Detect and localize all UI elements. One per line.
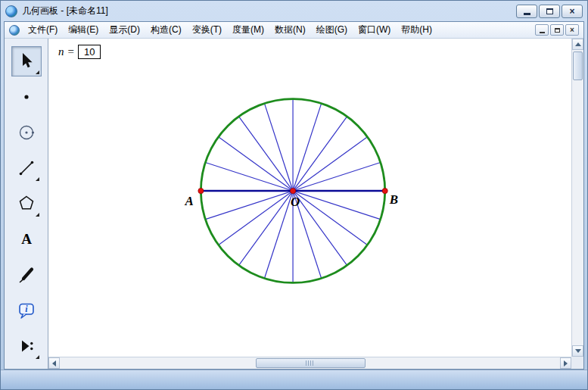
- point-label-B[interactable]: B: [389, 192, 398, 207]
- menu-item-transform[interactable]: 变换(T): [187, 21, 227, 39]
- status-bar: [1, 370, 587, 389]
- parameter-value[interactable]: 10: [78, 45, 101, 59]
- horizontal-scrollbar[interactable]: [48, 357, 571, 369]
- radius-line[interactable]: [293, 163, 381, 192]
- menu-item-window[interactable]: 窗口(W): [353, 21, 396, 39]
- geometry-figure[interactable]: AOB: [48, 39, 571, 357]
- flyout-indicator: [36, 213, 39, 217]
- polygon-tool[interactable]: [11, 189, 42, 219]
- menu-item-graph[interactable]: 绘图(G): [311, 21, 353, 39]
- tool-palette: A i: [5, 39, 48, 369]
- text-tool-icon: A: [17, 229, 36, 249]
- vertical-scrollbar[interactable]: [571, 39, 583, 357]
- menu-item-construct[interactable]: 构造(C): [145, 21, 187, 39]
- close-button[interactable]: ×: [562, 5, 583, 18]
- menu-item-file[interactable]: 文件(F): [23, 21, 63, 39]
- point-A[interactable]: [198, 188, 204, 193]
- parameter-n: n = 10: [58, 45, 101, 59]
- mdi-window-controls: ×: [535, 24, 580, 36]
- arrow-left-icon: [49, 360, 56, 367]
- svg-text:A: A: [21, 231, 32, 247]
- app-icon[interactable]: [5, 5, 17, 17]
- arrow-up-icon: [575, 39, 581, 46]
- radius-line[interactable]: [264, 104, 293, 191]
- radius-line[interactable]: [293, 117, 347, 191]
- vertical-scrollbar-thumb[interactable]: [573, 51, 583, 80]
- radius-line[interactable]: [219, 137, 293, 191]
- custom-tool[interactable]: [11, 331, 42, 361]
- custom-tool-icon: [17, 336, 36, 356]
- point-tool[interactable]: [11, 82, 42, 112]
- restore-icon: [546, 8, 553, 14]
- polygon-icon: [17, 194, 36, 214]
- close-icon: ×: [569, 7, 574, 16]
- text-tool[interactable]: A: [11, 224, 42, 254]
- radius-line[interactable]: [205, 191, 293, 220]
- radius-line[interactable]: [239, 117, 294, 191]
- marker-tool[interactable]: [11, 260, 42, 290]
- point-O[interactable]: [290, 188, 295, 193]
- information-tool[interactable]: i: [11, 295, 42, 326]
- straightedge-icon: [17, 158, 36, 178]
- straightedge-tool[interactable]: [11, 153, 42, 183]
- radius-line[interactable]: [293, 191, 347, 265]
- client-area: 文件(F) 编辑(E) 显示(D) 构造(C) 变换(T) 度量(M) 数据(N…: [4, 21, 584, 370]
- radius-line[interactable]: [205, 163, 293, 192]
- mdi-minimize-button[interactable]: [535, 24, 549, 36]
- menu-item-help[interactable]: 帮助(H): [396, 21, 437, 39]
- document-icon[interactable]: [9, 25, 20, 36]
- radius-line[interactable]: [293, 104, 322, 191]
- radius-line[interactable]: [293, 191, 367, 245]
- selection-arrow-tool[interactable]: [11, 46, 42, 76]
- point-label-A[interactable]: A: [184, 194, 193, 208]
- window-title: 几何画板 - [未命名11]: [22, 5, 108, 17]
- radius-line[interactable]: [293, 137, 367, 191]
- selection-arrow-icon: [17, 51, 36, 71]
- scroll-down-button[interactable]: [572, 345, 583, 357]
- main-area: A i: [5, 39, 583, 369]
- compass-tool[interactable]: [11, 117, 42, 148]
- title-bar: 几何画板 - [未命名11] ×: [1, 1, 587, 21]
- compass-icon: [17, 123, 36, 142]
- arrow-down-icon: [575, 349, 581, 356]
- mdi-close-icon: ×: [570, 27, 574, 34]
- scroll-left-button[interactable]: [48, 357, 60, 369]
- arrow-right-icon: [564, 360, 571, 367]
- horizontal-scrollbar-thumb[interactable]: [256, 358, 366, 368]
- flyout-indicator: [36, 355, 39, 359]
- flyout-indicator: [36, 70, 39, 74]
- menu-item-edit[interactable]: 编辑(E): [63, 21, 104, 39]
- point-B[interactable]: [382, 188, 387, 193]
- window-controls: ×: [516, 5, 583, 18]
- app-window: 几何画板 - [未命名11] × 文件(F) 编辑(E) 显示(D) 构造(C)…: [0, 0, 588, 390]
- mdi-restore-icon: [555, 28, 560, 33]
- point-label-O[interactable]: O: [291, 195, 300, 209]
- mdi-minimize-icon: [540, 32, 545, 33]
- parameter-name: n: [58, 45, 64, 58]
- radius-line[interactable]: [219, 191, 293, 245]
- point-icon: [17, 87, 36, 107]
- scroll-up-button[interactable]: [572, 39, 583, 50]
- scrollbar-grip: [306, 360, 315, 366]
- menu-item-data[interactable]: 数据(N): [269, 21, 311, 39]
- menu-item-measure[interactable]: 度量(M): [227, 21, 269, 39]
- sketch-canvas[interactable]: AOB n = 10: [48, 39, 583, 369]
- restore-button[interactable]: [539, 5, 560, 18]
- scrollbar-corner: [571, 357, 583, 369]
- menu-bar: 文件(F) 编辑(E) 显示(D) 构造(C) 变换(T) 度量(M) 数据(N…: [5, 22, 583, 39]
- marker-icon: [17, 265, 36, 285]
- minimize-button[interactable]: [516, 5, 537, 18]
- radius-line[interactable]: [293, 191, 381, 220]
- mdi-close-button[interactable]: ×: [565, 24, 579, 36]
- flyout-indicator: [36, 177, 39, 181]
- information-icon: i: [17, 301, 36, 320]
- radius-line[interactable]: [264, 191, 293, 278]
- minimize-icon: [524, 13, 530, 15]
- scroll-right-button[interactable]: [560, 357, 571, 369]
- menu-item-display[interactable]: 显示(D): [104, 21, 145, 39]
- radius-line[interactable]: [239, 191, 294, 265]
- mdi-restore-button[interactable]: [550, 24, 564, 36]
- equals-sign: =: [68, 45, 74, 58]
